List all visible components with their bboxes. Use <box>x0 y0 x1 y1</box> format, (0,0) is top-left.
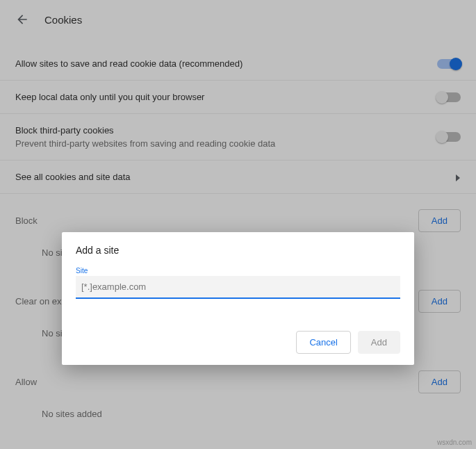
cancel-button[interactable]: Cancel <box>296 331 350 354</box>
dialog-title: Add a site <box>76 245 400 256</box>
modal-overlay[interactable]: Add a site Site Cancel Add <box>0 0 476 449</box>
add-site-dialog: Add a site Site Cancel Add <box>62 232 414 365</box>
dialog-field-label: Site <box>76 267 400 275</box>
watermark: wsxdn.com <box>437 439 472 446</box>
confirm-add-button[interactable]: Add <box>358 331 400 354</box>
site-input[interactable] <box>76 276 400 299</box>
